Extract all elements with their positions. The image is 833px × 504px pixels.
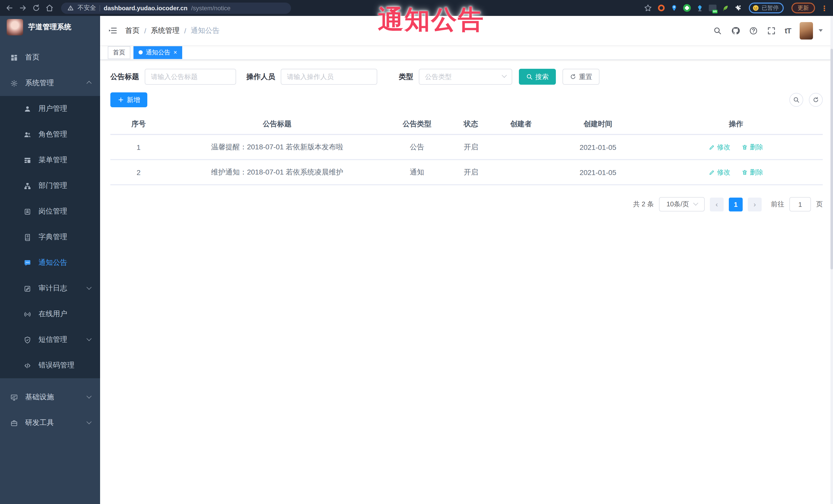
goto-page-input[interactable] bbox=[789, 197, 811, 212]
tab-close-icon[interactable]: × bbox=[173, 49, 177, 55]
header-search-icon[interactable] bbox=[713, 26, 722, 35]
table-toolbar-right bbox=[789, 93, 823, 107]
col-header-created: 创建时间 bbox=[547, 114, 649, 135]
chevron-down-icon bbox=[87, 393, 92, 398]
app-logo-row[interactable]: 芋道管理系统 bbox=[0, 16, 100, 39]
notice-table: 序号 公告标题 公告类型 状态 创建者 创建时间 操作 1 温馨提醒：2018-… bbox=[110, 114, 823, 185]
breadcrumb-system[interactable]: 系统管理 bbox=[151, 26, 180, 35]
chevron-down-icon bbox=[87, 284, 92, 289]
add-button[interactable]: 新增 bbox=[110, 92, 147, 107]
cell-created: 2021-01-05 bbox=[547, 160, 649, 185]
sidebar-item-audit-log[interactable]: 审计日志 bbox=[0, 275, 100, 301]
sidebar-item-users[interactable]: 用户管理 bbox=[0, 96, 100, 122]
cell-type: 公告 bbox=[387, 135, 447, 160]
browser-update-button[interactable]: 更新 bbox=[791, 3, 815, 13]
browser-menu-icon[interactable]: ⋮ bbox=[821, 4, 828, 12]
address-divider bbox=[100, 5, 100, 11]
cell-actions: 修改 删除 bbox=[649, 160, 823, 185]
reset-button[interactable]: 重置 bbox=[563, 69, 599, 85]
sidebar-item-system[interactable]: 系统管理 bbox=[0, 70, 100, 96]
edit-link[interactable]: 修改 bbox=[709, 168, 730, 177]
sidebar-item-label: 角色管理 bbox=[39, 130, 67, 139]
sidebar-item-label: 短信管理 bbox=[39, 335, 67, 344]
col-header-title: 公告标题 bbox=[167, 114, 387, 135]
tags-view-bar: 首页 通知公告 × bbox=[100, 45, 833, 60]
refresh-table-button[interactable] bbox=[809, 93, 823, 107]
sidebar-item-notice[interactable]: 通知公告 bbox=[0, 250, 100, 275]
extension-pin-icon[interactable] bbox=[670, 4, 678, 12]
sidebar-item-label: 岗位管理 bbox=[39, 207, 67, 216]
goto-unit-label: 页 bbox=[816, 200, 823, 209]
chevron-down-icon bbox=[693, 200, 698, 205]
sidebar-item-roles[interactable]: 角色管理 bbox=[0, 122, 100, 147]
shield-check-icon bbox=[24, 336, 31, 344]
help-icon[interactable] bbox=[749, 26, 758, 35]
sidebar-item-error-codes[interactable]: 错误码管理 bbox=[0, 353, 100, 378]
sidebar-item-online-users[interactable]: 在线用户 bbox=[0, 301, 100, 327]
page-size-select[interactable]: 10条/页 bbox=[659, 197, 705, 212]
bookmark-star-icon[interactable] bbox=[644, 4, 652, 12]
type-filter-select[interactable]: 公告类型 bbox=[419, 69, 512, 85]
sidebar-item-sms[interactable]: 短信管理 bbox=[0, 327, 100, 353]
sidebar-item-dev-tools[interactable]: 研发工具 bbox=[0, 410, 100, 436]
github-icon[interactable] bbox=[731, 26, 740, 35]
sidebar-item-home[interactable]: 首页 bbox=[0, 45, 100, 70]
goto-label: 前往 bbox=[771, 200, 784, 209]
page-scrollbar[interactable] bbox=[830, 16, 833, 504]
toggle-search-button[interactable] bbox=[789, 93, 803, 107]
edit-link[interactable]: 修改 bbox=[709, 142, 730, 152]
tab-notice[interactable]: 通知公告 × bbox=[134, 46, 182, 59]
profile-caret-icon[interactable] bbox=[818, 29, 823, 32]
sidebar-item-posts[interactable]: 岗位管理 bbox=[0, 199, 100, 224]
operator-filter-label: 操作人员 bbox=[246, 72, 275, 81]
extensions-puzzle-icon[interactable] bbox=[734, 4, 742, 12]
extension-gem-icon[interactable] bbox=[695, 4, 704, 12]
sidebar-item-label: 用户管理 bbox=[39, 104, 67, 114]
chevron-up-icon bbox=[87, 80, 92, 86]
type-select-placeholder: 公告类型 bbox=[425, 72, 502, 81]
tab-home[interactable]: 首页 bbox=[108, 46, 130, 59]
tab-label: 通知公告 bbox=[146, 48, 170, 57]
sidebar-item-label: 在线用户 bbox=[39, 310, 67, 319]
extension-on-badge-icon[interactable]: on bbox=[708, 4, 716, 12]
browser-refresh-icon[interactable] bbox=[32, 4, 41, 12]
browser-forward-icon[interactable] bbox=[19, 4, 27, 12]
cell-actions: 修改 删除 bbox=[649, 135, 823, 160]
sidebar-toggle-icon[interactable] bbox=[108, 26, 118, 35]
gear-icon bbox=[10, 79, 18, 87]
extension-orange-icon[interactable] bbox=[657, 4, 665, 12]
extension-green-icon[interactable] bbox=[683, 4, 691, 12]
cell-created: 2021-01-05 bbox=[547, 135, 649, 160]
breadcrumb-separator: / bbox=[144, 26, 146, 34]
cell-creator bbox=[495, 160, 547, 185]
sidebar-item-label: 研发工具 bbox=[25, 418, 54, 428]
delete-link[interactable]: 删除 bbox=[742, 142, 763, 152]
pencil-icon bbox=[709, 169, 715, 175]
font-size-icon[interactable]: tT bbox=[785, 26, 791, 35]
sidebar-item-menus[interactable]: 菜单管理 bbox=[0, 147, 100, 173]
current-page-button[interactable]: 1 bbox=[729, 197, 743, 211]
next-page-button[interactable]: › bbox=[748, 197, 762, 211]
user-avatar[interactable] bbox=[800, 22, 813, 39]
fullscreen-icon[interactable] bbox=[767, 26, 776, 35]
operator-filter-input[interactable] bbox=[281, 69, 377, 85]
sidebar-item-label: 通知公告 bbox=[39, 258, 67, 267]
address-bar[interactable]: 不安全 dashboard.yudao.iocoder.cn/system/no… bbox=[61, 2, 291, 14]
sidebar-item-dict[interactable]: 字典管理 bbox=[0, 224, 100, 250]
breadcrumb-separator: / bbox=[184, 26, 186, 34]
title-filter-input[interactable] bbox=[145, 69, 236, 85]
browser-back-icon[interactable] bbox=[5, 4, 14, 12]
sidebar: 芋道管理系统 首页 系统管理 用户管理 角色管理 bbox=[0, 16, 100, 504]
breadcrumb-home[interactable]: 首页 bbox=[125, 26, 140, 35]
extension-leaf-icon[interactable] bbox=[721, 4, 729, 12]
scrollbar-thumb[interactable] bbox=[830, 49, 833, 269]
profile-sync-paused-button[interactable]: 已暂停 bbox=[749, 3, 784, 13]
pencil-icon bbox=[709, 144, 715, 150]
browser-home-icon[interactable] bbox=[45, 4, 54, 12]
delete-link[interactable]: 删除 bbox=[742, 168, 763, 177]
search-button[interactable]: 搜索 bbox=[519, 69, 556, 85]
sidebar-item-departments[interactable]: 部门管理 bbox=[0, 173, 100, 199]
active-tab-dot-icon bbox=[139, 50, 143, 54]
prev-page-button[interactable]: ‹ bbox=[710, 197, 724, 211]
sidebar-item-infrastructure[interactable]: 基础设施 bbox=[0, 384, 100, 410]
